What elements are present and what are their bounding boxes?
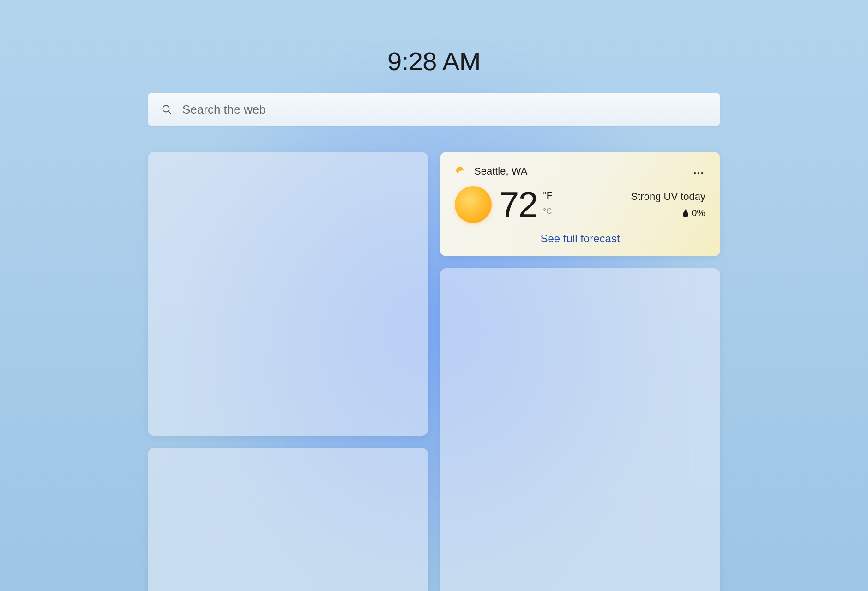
uv-alert: Strong UV today (631, 191, 705, 203)
unit-divider (541, 204, 554, 204)
svg-point-6 (701, 172, 703, 174)
weather-app-icon (455, 165, 468, 178)
search-box[interactable] (148, 93, 720, 126)
sun-icon (455, 186, 492, 223)
widget-placeholder-left-top[interactable] (148, 152, 428, 436)
search-input[interactable] (182, 103, 707, 117)
more-horizontal-icon (693, 172, 704, 175)
svg-point-5 (698, 172, 699, 174)
unit-celsius[interactable]: °C (543, 205, 552, 216)
precip-percent: 0% (692, 207, 705, 218)
search-icon (161, 104, 172, 115)
widget-placeholder-right-bottom[interactable] (440, 268, 720, 591)
weather-location: Seattle, WA (474, 165, 527, 177)
svg-line-1 (169, 111, 171, 114)
temperature-value: 72 (499, 187, 537, 223)
clock-time: 9:28 AM (148, 46, 720, 76)
see-full-forecast-link[interactable]: See full forecast (455, 232, 705, 245)
widget-placeholder-left-bottom[interactable] (148, 448, 428, 591)
svg-point-3 (458, 170, 467, 176)
unit-fahrenheit[interactable]: °F (543, 190, 552, 203)
more-options-button[interactable] (692, 165, 705, 178)
droplet-icon (682, 209, 689, 217)
weather-widget[interactable]: Seattle, WA 72 (440, 152, 720, 256)
svg-point-4 (694, 172, 696, 174)
